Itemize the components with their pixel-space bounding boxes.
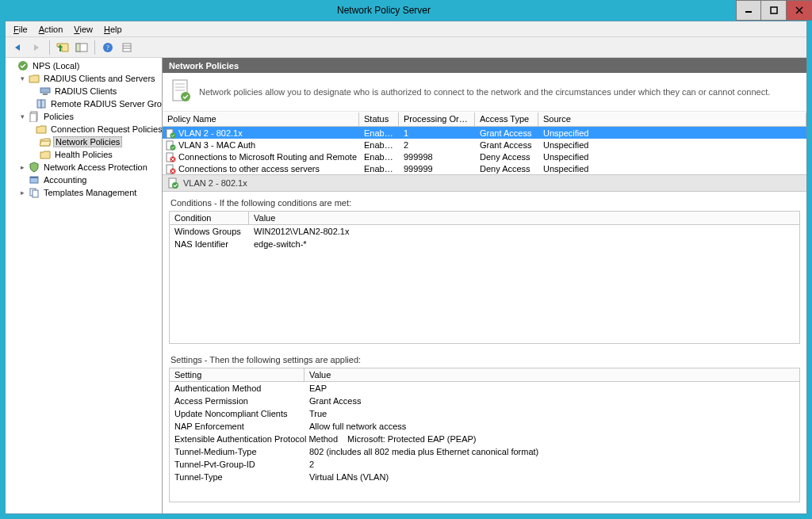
policy-allow-icon	[165, 140, 176, 151]
minimize-button[interactable]	[736, 0, 761, 21]
accounting-icon	[29, 174, 40, 185]
condition-name: NAS Identifier	[170, 238, 249, 250]
setting-name: Access Permission	[170, 395, 304, 407]
svg-rect-14	[37, 100, 41, 108]
setting-value: Microsoft: Protected EAP (PEAP)	[343, 433, 799, 445]
policy-row[interactable]: Connections to Microsoft Routing and Rem…	[163, 151, 806, 162]
policy-access: Grant Access	[475, 127, 538, 139]
maximize-button[interactable]	[761, 0, 787, 21]
folder-icon	[36, 124, 47, 135]
svg-rect-21	[33, 190, 38, 197]
conditions-head-b[interactable]: Value	[249, 212, 799, 224]
settings-head-b[interactable]: Value	[304, 368, 799, 381]
col-header-name[interactable]: Policy Name	[163, 113, 359, 126]
col-header-access[interactable]: Access Type	[475, 113, 538, 126]
close-button[interactable]	[787, 0, 812, 21]
tree-node-radius-clients[interactable]: ▸ RADIUS Clients	[29, 85, 162, 97]
setting-row[interactable]: Extensible Authentication Protocol Metho…	[170, 433, 799, 445]
tree-node-nap[interactable]: ▸ Network Access Protection	[18, 161, 162, 174]
tree-node-network-policies[interactable]: ▸ Network Policies	[29, 135, 162, 148]
svg-rect-12	[40, 88, 50, 93]
show-hide-tree-button[interactable]	[73, 39, 90, 56]
help-button[interactable]: ?	[99, 39, 117, 56]
menu-help[interactable]: Help	[99, 23, 127, 36]
policy-access: Deny Access	[475, 162, 538, 174]
policy-allow-icon	[165, 128, 176, 139]
setting-row[interactable]: Tunnel-Medium-Type802 (includes all 802 …	[170, 445, 799, 458]
policy-name: Connections to Microsoft Routing and Rem…	[178, 152, 359, 162]
col-header-order[interactable]: Processing Order	[399, 113, 475, 126]
setting-value: True	[304, 407, 799, 420]
policy-row[interactable]: Connections to other access serversEnabl…	[163, 162, 806, 174]
policy-order: 999998	[399, 151, 475, 162]
selected-policy-header: VLAN 2 - 802.1x	[163, 174, 806, 192]
setting-row[interactable]: Access PermissionGrant Access	[170, 395, 799, 407]
tree-node-radius-clients-servers[interactable]: ▾ RADIUS Clients and Servers	[18, 72, 162, 85]
back-button[interactable]	[9, 39, 26, 56]
folder-icon	[29, 73, 40, 84]
setting-row[interactable]: Tunnel-Pvt-Group-ID2	[170, 458, 799, 471]
settings-caption: Settings - Then the following settings a…	[170, 355, 800, 364]
policy-list[interactable]: Policy Name Status Processing Order Acce…	[163, 112, 806, 174]
conditions-section: Conditions - If the following conditions…	[169, 198, 800, 344]
menu-bar: File Action View Help	[6, 21, 806, 37]
col-header-status[interactable]: Status	[359, 113, 399, 126]
settings-table[interactable]: Setting Value Authentication MethodEAPAc…	[169, 368, 800, 502]
shield-icon	[29, 162, 40, 173]
tree-node-health-policies[interactable]: ▸ Health Policies	[29, 148, 162, 161]
condition-row[interactable]: NAS Identifieredge-switch-*	[170, 238, 799, 250]
policy-access: Grant Access	[475, 139, 538, 151]
panel-description: Network policies allow you to designate …	[199, 87, 770, 97]
forward-button[interactable]	[28, 39, 45, 56]
policy-status: Enabled	[359, 151, 399, 162]
policy-name: VLAN 2 - 802.1x	[178, 128, 243, 138]
details-area[interactable]: Conditions - If the following conditions…	[163, 192, 806, 513]
settings-section: Settings - Then the following settings a…	[169, 355, 800, 502]
tree-node-remote-radius-groups[interactable]: ▸ Remote RADIUS Server Groups	[29, 97, 162, 110]
tree-node-accounting[interactable]: ▸ Accounting	[18, 174, 162, 186]
policy-row[interactable]: VLAN 3 - MAC AuthEnabled2Grant AccessUns…	[163, 139, 806, 151]
templates-icon	[29, 187, 40, 198]
policy-order: 2	[399, 139, 475, 151]
window-title: Network Policy Server	[32, 0, 736, 21]
tree-node-nps-root[interactable]: ▸ NPS (Local)	[7, 59, 162, 72]
policy-source: Unspecified	[538, 139, 806, 151]
tree-node-policies[interactable]: ▾ Policies	[18, 110, 162, 123]
setting-row[interactable]: NAP EnforcementAllow full network access	[170, 420, 799, 433]
tree-node-templates[interactable]: ▸ Templates Management	[18, 186, 162, 199]
policy-list-header[interactable]: Policy Name Status Processing Order Acce…	[163, 113, 806, 127]
setting-row[interactable]: Authentication MethodEAP	[170, 382, 799, 395]
policy-status: Enabled	[359, 127, 399, 139]
up-button[interactable]	[54, 39, 71, 56]
policy-source: Unspecified	[538, 127, 806, 139]
navigation-tree[interactable]: ▸ NPS (Local) ▾	[6, 58, 163, 513]
svg-rect-19	[30, 177, 38, 178]
condition-value: edge-switch-*	[249, 238, 799, 250]
policy-order: 1	[399, 127, 475, 139]
condition-row[interactable]: Windows GroupsWIN2012\VLAN2-802.1x	[170, 225, 799, 238]
main-shell: File Action View Help ?	[5, 21, 807, 514]
col-header-source[interactable]: Source	[538, 113, 806, 126]
menu-file[interactable]: File	[9, 23, 33, 36]
policy-row[interactable]: VLAN 2 - 802.1xEnabled1Grant AccessUnspe…	[163, 127, 806, 139]
export-list-button[interactable]	[118, 39, 136, 56]
setting-row[interactable]: Tunnel-TypeVirtual LANs (VLAN)	[170, 471, 799, 483]
setting-row[interactable]: Update Noncompliant ClientsTrue	[170, 407, 799, 420]
setting-name: Tunnel-Type	[170, 471, 304, 483]
menu-action[interactable]: Action	[34, 23, 68, 36]
setting-value: Grant Access	[304, 395, 799, 407]
setting-name: Tunnel-Medium-Type	[170, 445, 304, 458]
panel-title: Network Policies	[163, 58, 806, 73]
menu-view[interactable]: View	[69, 23, 98, 36]
setting-value: 802 (includes all 802 media plus Etherne…	[304, 445, 799, 458]
svg-rect-15	[41, 100, 45, 108]
policy-deny-icon	[165, 152, 176, 162]
conditions-head-a[interactable]: Condition	[170, 212, 249, 224]
setting-name: Authentication Method	[170, 382, 304, 395]
clients-icon	[40, 86, 51, 97]
tree-node-connection-request-policies[interactable]: ▸ Connection Request Policies	[29, 123, 162, 135]
svg-rect-13	[43, 93, 48, 95]
settings-head-a[interactable]: Setting	[170, 368, 304, 381]
folder-icon	[40, 149, 51, 160]
conditions-table[interactable]: Condition Value Windows GroupsWIN2012\VL…	[169, 211, 800, 344]
